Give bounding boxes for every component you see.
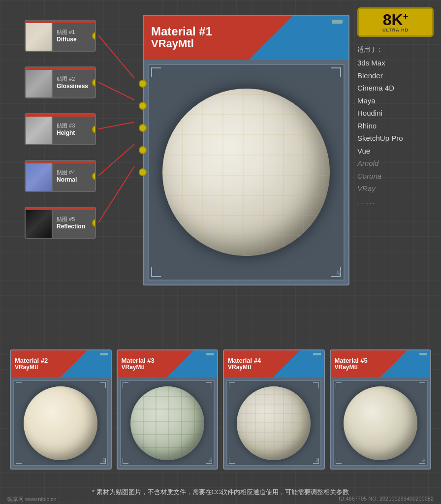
node-name-3: Height <box>57 129 91 136</box>
panel-header-main: Material #1 VRayMtl <box>144 16 348 60</box>
mat-card-5[interactable]: Material #5 VRayMtl /// <box>330 349 432 470</box>
thumb-reflection <box>26 208 53 238</box>
card-4-number: Material #4 <box>228 357 261 364</box>
card-4-body: /// <box>226 380 321 466</box>
panel-connector-4[interactable] <box>139 146 147 154</box>
corner-bl <box>151 267 161 277</box>
sphere-main <box>162 89 330 256</box>
software-corona: Corona <box>357 170 434 183</box>
svg-line-2 <box>98 122 134 129</box>
panel-connector-1[interactable] <box>139 80 147 88</box>
software-cinema4d: Cinema 4D <box>357 82 434 94</box>
card-2-body: /// <box>13 380 108 466</box>
right-info-panel: 8K+ ULTRA HD 适用于： 3ds Max Blender Cinema… <box>357 7 434 207</box>
panel-body-main: /// <box>148 64 345 281</box>
thumb-glossiness <box>26 67 53 97</box>
thumb-normal <box>26 161 53 191</box>
node-name-4: Normal <box>57 176 91 183</box>
c2-corner-tl <box>16 382 22 388</box>
c3-hash: /// <box>209 458 212 463</box>
node-graph: 贴图 #1 Diffuse 贴图 #2 Glossiness 贴图 #3 Hei <box>10 10 354 285</box>
node-num-1: 贴图 #1 <box>57 29 91 36</box>
node-label-normal: 贴图 #4 Normal <box>53 167 95 185</box>
card-5-header: Material #5 VRayMtl <box>331 350 431 378</box>
card-3-title: Material #3 VRayMtl <box>122 357 155 371</box>
card-5-type: VRayMtl <box>335 364 368 371</box>
software-more: ...... <box>357 195 434 208</box>
card-5-minimize[interactable] <box>419 353 427 355</box>
card-2-header: Material #2 VRayMtl <box>11 350 111 378</box>
badge-8k-label: 8K <box>383 11 403 29</box>
c4-corner-bl <box>229 458 235 464</box>
node-label-reflection: 贴图 #5 Reflection <box>53 214 95 232</box>
node-num-4: 贴图 #4 <box>57 169 91 176</box>
label-for: 适用于： <box>357 44 434 55</box>
sphere-card-2 <box>24 386 97 460</box>
card-2-title: Material #2 VRayMtl <box>15 357 48 371</box>
badge-8k: 8K+ ULTRA HD <box>357 7 434 37</box>
sphere-card-3 <box>130 386 204 460</box>
texture-node-diffuse[interactable]: 贴图 #1 Diffuse <box>25 20 96 52</box>
c3-corner-bl <box>123 458 128 464</box>
corner-tr <box>331 67 341 77</box>
badge-main-text: 8K+ <box>364 12 427 28</box>
texture-node-height[interactable]: 贴图 #3 Height <box>25 113 96 145</box>
ultra-hd-text: ULTRA HD <box>364 28 427 32</box>
card-5-number: Material #5 <box>335 357 368 364</box>
svg-line-1 <box>98 82 134 100</box>
card-2-minimize[interactable] <box>100 353 108 355</box>
sphere-card-4 <box>237 386 311 460</box>
mat-card-4[interactable]: Material #4 VRayMtl /// <box>223 349 325 470</box>
c5-corner-bl <box>336 458 342 464</box>
material-panel-main[interactable]: Material #1 VRayMtl /// <box>143 15 349 285</box>
title-block-main: Material #1 VRayMtl <box>151 26 212 50</box>
card-4-type: VRayMtl <box>228 364 261 371</box>
sphere-card-5 <box>344 386 417 460</box>
c2-corner-tr <box>100 382 106 388</box>
svg-line-4 <box>98 166 134 222</box>
bottom-cards: Material #2 VRayMtl /// Material #3 VRay… <box>10 349 431 470</box>
main-mat-number: Material #1 <box>151 26 212 37</box>
main-area: 贴图 #1 Diffuse 贴图 #2 Glossiness 贴图 #3 Hei <box>0 0 441 504</box>
card-2-type: VRayMtl <box>15 364 48 371</box>
software-list: 适用于： 3ds Max Blender Cinema 4D Maya Houd… <box>357 44 434 207</box>
minimize-button[interactable] <box>332 20 343 24</box>
card-3-minimize[interactable] <box>206 353 214 355</box>
node-label-height: 贴图 #3 Height <box>53 120 95 138</box>
software-vray: VRay <box>357 182 434 195</box>
main-mat-type: VRayMtl <box>151 37 212 50</box>
panel-connector-3[interactable] <box>139 124 147 132</box>
c4-corner-tr <box>313 382 319 388</box>
panel-connector-5[interactable] <box>139 168 147 176</box>
watermark-area: 昵享网 www.nipic.cn ID:4667705 NO: 20210129… <box>0 496 441 503</box>
texture-node-glossiness[interactable]: 贴图 #2 Glossiness <box>25 66 96 98</box>
node-name-2: Glossiness <box>57 83 91 90</box>
software-blender: Blender <box>357 69 434 82</box>
c3-corner-tl <box>123 382 128 388</box>
node-num-2: 贴图 #2 <box>57 75 91 83</box>
software-houdini: Houdini <box>357 107 434 120</box>
panel-connector-2[interactable] <box>139 102 147 110</box>
card-5-body: /// <box>333 380 428 466</box>
thumb-height <box>26 114 53 144</box>
software-maya: Maya <box>357 94 434 107</box>
card-4-header: Material #4 VRayMtl <box>224 350 324 378</box>
c2-corner-bl <box>16 458 22 464</box>
card-4-minimize[interactable] <box>313 353 321 355</box>
software-vue: Vue <box>357 145 434 158</box>
mat-card-2[interactable]: Material #2 VRayMtl /// <box>10 349 112 470</box>
svg-line-3 <box>98 144 134 176</box>
mat-card-3[interactable]: Material #3 VRayMtl /// <box>117 349 219 470</box>
node-label-glossiness: 贴图 #2 Glossiness <box>53 73 95 92</box>
c5-corner-tr <box>419 382 425 388</box>
software-3dsmax: 3ds Max <box>357 57 434 69</box>
texture-node-reflection[interactable]: 贴图 #5 Reflection <box>25 207 96 239</box>
corner-tl <box>151 67 161 77</box>
c5-hash: /// <box>422 458 425 463</box>
texture-node-normal[interactable]: 贴图 #4 Normal <box>25 160 96 192</box>
software-rhino: Rhino <box>357 120 434 132</box>
card-3-type: VRayMtl <box>122 364 155 371</box>
card-2-number: Material #2 <box>15 357 48 364</box>
node-num-5: 贴图 #5 <box>57 216 91 223</box>
c3-corner-tr <box>206 382 212 388</box>
